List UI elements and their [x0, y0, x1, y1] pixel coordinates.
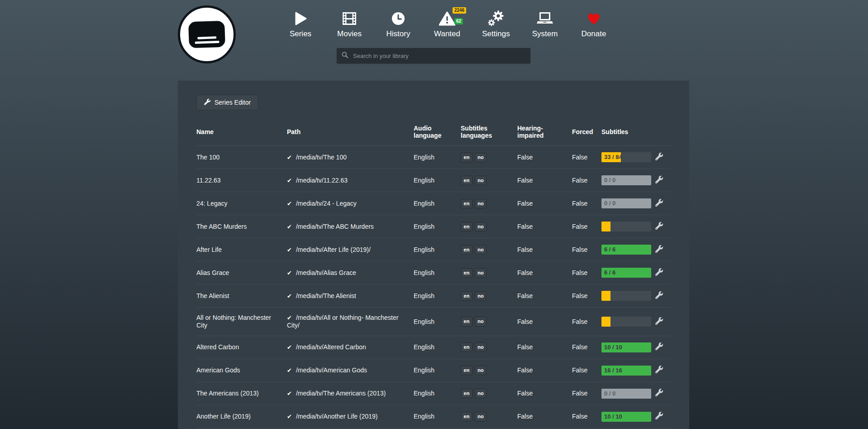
series-name[interactable]: All or Nothing: Manchester City — [196, 308, 287, 336]
series-path: ✔/media/tv/11.22.63 — [287, 169, 414, 192]
nav-item-history[interactable]: History — [374, 9, 423, 39]
film-icon — [325, 9, 374, 28]
edit-series-button[interactable] — [655, 342, 663, 350]
series-name[interactable]: Another Life (2019) — [196, 405, 287, 428]
series-name[interactable]: 11.22.63 — [196, 169, 287, 192]
subtitles-languages: enno — [461, 238, 517, 261]
language-badge: en — [461, 412, 472, 421]
forced-value: False — [572, 382, 601, 405]
subtitles-languages: enno — [461, 146, 517, 169]
subtitles-progress-bar — [601, 291, 651, 301]
table-row: The Alienist ✔/media/tv/The Alienist Eng… — [196, 284, 671, 308]
edit-series-button[interactable] — [655, 389, 663, 396]
wrench-icon — [655, 368, 663, 375]
forced-value: False — [572, 284, 601, 308]
subtitles-progress-text: 16 / 16 — [604, 366, 622, 376]
subtitles-progress-text: 0 / 0 — [604, 198, 615, 208]
nav-label: Donate — [569, 29, 618, 39]
gears-icon — [472, 9, 520, 28]
wanted-movies-count-badge: 62 — [454, 18, 463, 24]
nav-item-settings[interactable]: Settings — [472, 9, 520, 39]
subtitles-progress-bar: 0 / 0 — [601, 389, 651, 399]
subtitles-progress-text: 0 / 0 — [604, 389, 615, 399]
series-name[interactable]: After Life — [196, 238, 287, 261]
series-name[interactable]: Altered Carbon — [196, 336, 287, 359]
series-name[interactable]: The 100 — [196, 146, 287, 169]
nav-label: History — [374, 29, 423, 39]
check-icon: ✔ — [287, 314, 292, 321]
wrench-icon — [655, 178, 663, 185]
series-path: ✔/media/tv/The Alienist — [287, 284, 414, 308]
edit-series-button[interactable] — [655, 366, 663, 373]
series-name[interactable]: The Americans (2013) — [196, 382, 287, 405]
edit-series-button[interactable] — [655, 176, 663, 183]
series-panel: Series Editor Name Path Audio language S… — [178, 81, 689, 429]
check-icon: ✔ — [287, 293, 292, 299]
subtitles-progress-bar: 0 / 0 — [601, 175, 651, 185]
edit-series-button[interactable] — [655, 222, 663, 230]
language-badge: no — [475, 176, 486, 185]
language-badge: en — [461, 176, 472, 185]
nav-item-wanted[interactable]: 2246 62 Wanted — [423, 9, 472, 39]
audio-language: English — [414, 405, 461, 428]
subtitles-progress-bar: 10 / 10 — [601, 342, 651, 352]
language-badge: no — [475, 153, 486, 162]
edit-series-button[interactable] — [655, 412, 663, 419]
subtitles-languages: enno — [461, 261, 517, 284]
wrench-icon — [655, 155, 663, 162]
library-search — [337, 48, 530, 63]
nav-item-donate[interactable]: Donate — [569, 9, 618, 39]
subtitles-progress-text: 33 / 84 — [604, 152, 622, 162]
edit-series-button[interactable] — [655, 199, 663, 207]
table-row: 24: Legacy ✔/media/tv/24 - Legacy Englis… — [196, 192, 671, 215]
check-icon: ✔ — [287, 246, 292, 253]
check-icon: ✔ — [287, 200, 292, 207]
edit-series-button[interactable] — [655, 245, 663, 253]
col-header-path: Path — [287, 120, 414, 146]
bazarr-app: Series Movies History 2246 62 Wanted — [0, 0, 868, 429]
subtitle-card-icon — [188, 21, 225, 48]
nav-label: Movies — [325, 29, 374, 39]
audio-language: English — [414, 215, 461, 238]
series-name[interactable]: American Gods — [196, 359, 287, 382]
language-badge: en — [461, 389, 472, 398]
series-editor-button[interactable]: Series Editor — [196, 95, 258, 110]
audio-language: English — [414, 169, 461, 192]
subtitles-progress-bar: 0 / 0 — [601, 198, 651, 208]
nav-item-series[interactable]: Series — [276, 9, 325, 39]
subtitles-progress-text: 0 / 0 — [604, 175, 615, 185]
table-row: Altered Carbon ✔/media/tv/Altered Carbon… — [196, 336, 671, 359]
search-input[interactable] — [352, 52, 526, 60]
table-row: The Americans (2013) ✔/media/tv/The Amer… — [196, 382, 671, 405]
forced-value: False — [572, 146, 601, 169]
nav-item-movies[interactable]: Movies — [325, 9, 374, 39]
series-path: ✔/media/tv/Another Life (2019) — [287, 405, 414, 428]
series-name[interactable]: The Alienist — [196, 284, 287, 308]
edit-series-button[interactable] — [655, 317, 663, 325]
forced-value: False — [572, 261, 601, 284]
language-badge: en — [461, 199, 472, 208]
series-path: ✔/media/tv/24 - Legacy — [287, 192, 414, 215]
nav-item-system[interactable]: System — [520, 9, 569, 39]
check-icon: ✔ — [287, 177, 292, 184]
hearing-impaired-value: False — [517, 284, 572, 308]
series-name[interactable]: The ABC Murders — [196, 215, 287, 238]
app-logo[interactable] — [178, 5, 236, 63]
series-path: ✔/media/tv/After Life (2019)/ — [287, 238, 414, 261]
clock-icon — [374, 9, 423, 28]
heart-icon — [569, 9, 618, 28]
wrench-icon — [655, 270, 663, 277]
edit-series-button[interactable] — [655, 268, 663, 276]
col-header-subtitles-languages: Subtitles languages — [461, 120, 517, 146]
edit-series-button[interactable] — [655, 291, 663, 299]
table-header-row: Name Path Audio language Subtitles langu… — [196, 120, 671, 146]
language-badge: no — [475, 291, 486, 301]
audio-language: English — [414, 284, 461, 308]
series-name[interactable]: Alias Grace — [196, 261, 287, 284]
search-icon — [341, 51, 348, 60]
check-icon: ✔ — [287, 390, 292, 397]
language-badge: en — [461, 317, 472, 326]
series-path: ✔/media/tv/Alias Grace — [287, 261, 414, 284]
series-name[interactable]: 24: Legacy — [196, 192, 287, 215]
edit-series-button[interactable] — [655, 153, 663, 160]
